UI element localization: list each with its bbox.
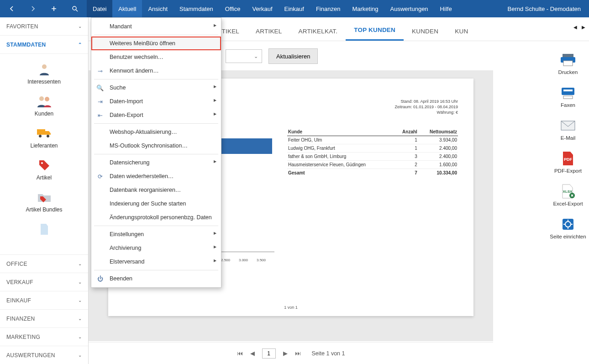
menu-item-icon: ⟳ [96,173,104,180]
dock-pdf-export[interactable]: PDFPDF-Export [554,151,582,174]
forward-button[interactable] [23,0,43,17]
menu-item-label: Benutzer wechseln… [110,54,163,60]
sidebar-item-kunden[interactable]: Kunden [0,90,88,121]
menu-marketing[interactable]: Marketing [346,0,384,17]
menu-office[interactable]: Office [219,0,247,17]
svg-point-5 [39,135,42,137]
menu-item[interactable]: ⟳Daten wiederherstellen… [91,169,221,183]
dock-email[interactable]: E-Mail [559,118,577,141]
menu-item[interactable]: Elsterversand [91,255,221,269]
menu-item[interactable]: ⏻Beenden [91,272,221,285]
sidebar-group-auswertungen[interactable]: AUSWERTUNGEN⌄ [0,346,88,364]
dock-label: Faxen [561,102,575,108]
search-button[interactable] [65,0,85,17]
svg-point-3 [45,97,49,101]
menu-item[interactable]: Benutzer wechseln… [91,50,221,64]
svg-rect-12 [563,90,573,91]
report-meta: Stand: 08. April 2019 16:53 UhrZeitraum:… [394,99,458,115]
add-button[interactable] [44,0,64,17]
menu-item[interactable]: ⇥Daten-Import [91,95,221,108]
tag-icon [0,157,88,174]
pager-next[interactable]: ▶ [283,350,288,357]
mail-icon [559,118,577,133]
menu-auswertungen[interactable]: Auswertungen [384,0,434,17]
menu-stammdaten[interactable]: Stammdaten [174,0,219,17]
menu-item[interactable]: Einstellungen [91,227,221,241]
pager-prev[interactable]: ◀ [250,350,255,357]
dock-print[interactable]: Drucken [558,52,578,75]
menu-item-label: Archivierung [110,245,141,251]
menu-item-label: Beenden [110,275,132,282]
subtab-artikel[interactable]: ARTIKEL [247,21,290,41]
menu-item[interactable]: ⊸Kennwort ändern… [91,64,221,78]
sidebar-group-stammdaten[interactable]: STAMMDATEN⌃ [0,36,88,54]
menu-item[interactable]: ⇤Daten-Export [91,108,221,122]
sidebar-group-favoriten[interactable]: FAVORITEN⌄ [0,17,88,36]
menu-finanzen[interactable]: Finanzen [310,0,346,17]
menu-item-icon: 🔍 [96,84,104,91]
menu-datei[interactable]: Datei [87,0,112,17]
main-menu: Datei Aktuell Ansicht Stammdaten Office … [87,0,458,17]
menu-item-label: Einstellungen [110,231,144,237]
pager-first[interactable]: ⏮ [237,350,243,357]
sidebar-item-artikel-bundles[interactable]: Artikel Bundles [0,186,88,216]
back-button[interactable] [2,0,22,17]
menu-item[interactable]: Datensicherung [91,156,221,169]
sidebar-group-label: VERKAUF [6,279,33,285]
dock-excel-export[interactable]: XLSXExcel-Export [553,184,583,206]
printer-icon [559,52,577,68]
dock-fax[interactable]: Faxen [559,85,577,108]
sidebar-group-label: STAMMDATEN [6,42,46,48]
menu-item[interactable]: MS-Outlook Synchronisation… [91,139,221,153]
pager-text: Seite 1 von 1 [312,350,345,357]
sidebar-item-artikel[interactable]: Artikel [0,154,88,185]
pager-last[interactable]: ⏭ [295,350,301,357]
sidebar-item-more[interactable] [0,218,88,242]
menu-hilfe[interactable]: Hilfe [434,0,458,17]
svg-rect-10 [563,61,573,66]
sidebar-group-office[interactable]: OFFICE⌄ [0,254,88,273]
menu-item[interactable]: Datenbank reorganisieren… [91,183,221,197]
sidebar-group-finanzen[interactable]: FINANZEN⌄ [0,309,88,327]
svg-rect-13 [563,96,573,99]
sidebar-group-label: EINKAUF [6,297,31,304]
pager: ⏮ ◀ ▶ ⏭ Seite 1 von 1 [89,342,493,364]
subtab-partial-right[interactable]: KUN [447,21,470,41]
menu-item[interactable]: Änderungsprotokoll personenbzg. Daten [91,211,221,224]
filter-combo[interactable]: ⌄ [226,49,262,63]
table-row: father & son GmbH, Limburg32.400,00 [287,153,458,161]
menu-aktuell[interactable]: Aktuell [112,0,142,17]
dock-label: Seite einrichten [550,234,586,239]
menu-item[interactable]: Weiteres MeinBüro öffnen [91,37,221,50]
subtab-kunden[interactable]: KUNDEN [404,21,447,41]
menu-item[interactable]: Archivierung [91,241,221,255]
menu-ansicht[interactable]: Ansicht [142,0,174,17]
sidebar-group-verkauf[interactable]: VERKAUF⌄ [0,273,88,291]
chevron-down-icon: ⌄ [78,316,82,321]
subtab-artikelkat[interactable]: ARTIKELKAT. [290,21,346,41]
datei-dropdown: MandantWeiteres MeinBüro öffnenBenutzer … [91,17,221,288]
svg-point-2 [39,96,44,101]
action-dock: Drucken Faxen E-Mail PDFPDF-Export XLSXE… [547,17,589,239]
sidebar-item-label: Kunden [35,111,53,117]
user-label: Bernd Schulte - Demodaten [500,0,589,17]
sidebar-group-einkauf[interactable]: EINKAUF⌄ [0,291,88,309]
pager-input[interactable] [262,348,276,359]
menu-einkauf[interactable]: Einkauf [279,0,310,17]
menu-item-icon: ⏻ [96,275,104,282]
dock-page-setup[interactable]: Seite einrichten [550,216,586,239]
truck-icon [0,125,88,142]
sidebar-item-lieferanten[interactable]: Lieferanten [0,122,88,153]
refresh-button[interactable]: Aktualisieren [268,48,318,64]
subtab-top-kunden[interactable]: TOP KUNDEN [346,20,404,41]
menu-item-label: Indexierung der Suche starten [110,200,186,207]
menu-verkauf[interactable]: Verkauf [246,0,278,17]
sidebar-item-interessenten[interactable]: Interessenten [0,58,88,89]
menu-item-label: Webshop-Aktualisierung… [110,129,177,135]
menu-item[interactable]: 🔍Suche [91,81,221,95]
menu-item[interactable]: Indexierung der Suche starten [91,197,221,211]
menu-item[interactable]: Webshop-Aktualisierung… [91,125,221,139]
menu-item[interactable]: Mandant [91,20,221,33]
svg-text:PDF: PDF [564,157,573,162]
sidebar-group-marketing[interactable]: MARKETING⌄ [0,327,88,346]
